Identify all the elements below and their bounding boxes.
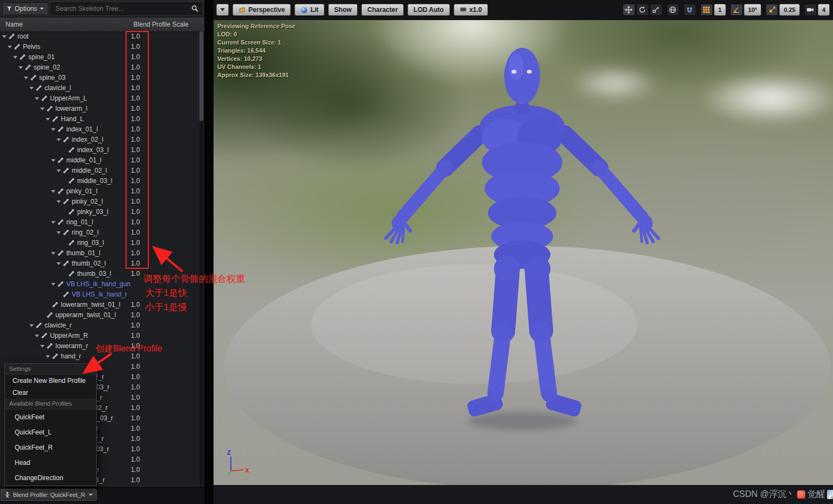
- bone-row-clavicle-r[interactable]: clavicle_r1.0: [0, 320, 199, 331]
- options-button[interactable]: Options: [2, 2, 48, 15]
- expander-arrow-icon[interactable]: [2, 35, 7, 38]
- bone-row-ring-02-l[interactable]: ring_02_l1.0: [0, 228, 199, 238]
- expander-arrow-icon[interactable]: [57, 231, 61, 234]
- rotation-snap-button[interactable]: [730, 4, 743, 16]
- blend-scale-value[interactable]: 1.0: [124, 84, 147, 92]
- view-mode-button[interactable]: Lit: [295, 4, 324, 16]
- bone-row-index-01-l[interactable]: index_01_l1.0: [0, 124, 199, 135]
- expander-arrow-icon[interactable]: [57, 200, 61, 203]
- menu-item-create-new-blend-profile[interactable]: Create New Blend Profile: [5, 375, 96, 387]
- character-menu-button[interactable]: Character: [361, 4, 404, 16]
- bone-row-index-02-l[interactable]: index_02_l1.0: [0, 135, 199, 145]
- perspective-selector[interactable]: Perspective: [233, 4, 291, 16]
- grid-snap-button[interactable]: [700, 4, 713, 16]
- blend-scale-value[interactable]: 1.0: [124, 342, 147, 350]
- viewport-options-button[interactable]: [216, 4, 229, 16]
- profile-item-changedirection[interactable]: ChangeDirection: [5, 470, 96, 486]
- bone-row-hand-r[interactable]: hand_r1.0: [0, 351, 199, 362]
- bone-row-middle-02-l[interactable]: middle_02_l1.0: [0, 166, 199, 176]
- bone-row-vb-lhs-ik-hand-r[interactable]: VB LHS_ik_hand_r: [0, 289, 199, 300]
- expander-arrow-icon[interactable]: [29, 87, 34, 90]
- profile-item-head[interactable]: Head: [5, 455, 96, 470]
- bone-row-ring-01-l[interactable]: ring_01_l1.0: [0, 217, 199, 228]
- rotation-snap-value[interactable]: 10°: [744, 4, 762, 16]
- grid-snap-value[interactable]: 1: [714, 4, 726, 16]
- surface-snap-button[interactable]: [684, 4, 696, 16]
- menu-item-clear[interactable]: Clear: [5, 387, 96, 399]
- profile-item-quickfeet-l[interactable]: QuickFeet_L: [5, 425, 96, 440]
- translate-mode-button[interactable]: [623, 4, 635, 16]
- profile-item-quickfeet[interactable]: QuickFeet: [5, 410, 96, 425]
- camera-speed-button[interactable]: [804, 4, 817, 16]
- bone-row-ring-03-l[interactable]: ring_03_l1.0: [0, 238, 199, 248]
- lod-selector-button[interactable]: LOD Auto: [408, 4, 450, 16]
- bone-row-root[interactable]: root1.0: [0, 32, 199, 42]
- expander-arrow-icon[interactable]: [24, 77, 28, 79]
- blend-scale-value[interactable]: 1.0: [124, 177, 147, 185]
- blend-scale-value[interactable]: 1.0: [124, 94, 147, 102]
- bone-row-pinky-01-l[interactable]: pinky_01_l1.0: [0, 186, 199, 197]
- coordinate-system-button[interactable]: [667, 4, 679, 16]
- bone-row-spine-01[interactable]: spine_011.0: [0, 52, 199, 62]
- blend-scale-value[interactable]: 1.0: [124, 414, 147, 422]
- bone-row-lowerarm-l[interactable]: lowerarm_l1.0: [0, 104, 199, 114]
- blend-scale-value[interactable]: 1.0: [124, 239, 147, 247]
- expander-arrow-icon[interactable]: [57, 138, 61, 141]
- bone-row-lowerarm-r[interactable]: lowerarm_r1.0: [0, 341, 199, 351]
- viewport-canvas[interactable]: Previewing Reference PoseLOD: 0Current S…: [214, 20, 833, 485]
- blend-scale-value[interactable]: 1.0: [124, 249, 147, 257]
- blend-scale-value[interactable]: 1.0: [124, 322, 147, 329]
- search-input[interactable]: [54, 4, 191, 13]
- blend-scale-value[interactable]: 1.0: [124, 456, 147, 463]
- blend-scale-value[interactable]: 1.0: [124, 198, 147, 205]
- show-menu-button[interactable]: Show: [328, 4, 358, 16]
- blend-scale-value[interactable]: 1.0: [124, 352, 147, 360]
- bone-row-thumb-01-l[interactable]: thumb_01_l1.0: [0, 248, 199, 259]
- blend-scale-value[interactable]: 1.0: [124, 270, 147, 278]
- blend-scale-value[interactable]: 1.0: [124, 115, 147, 123]
- blend-scale-value[interactable]: 1.0: [124, 404, 147, 412]
- tree-scrollbar[interactable]: [199, 32, 203, 487]
- blend-scale-value[interactable]: 1.0: [124, 74, 147, 81]
- expander-arrow-icon[interactable]: [18, 66, 23, 69]
- blend-scale-value[interactable]: 1.0: [124, 383, 147, 391]
- blend-scale-value[interactable]: 1.0: [124, 218, 147, 226]
- expander-arrow-icon[interactable]: [35, 97, 39, 100]
- blend-scale-value[interactable]: 1.0: [124, 167, 147, 174]
- blend-scale-value[interactable]: 1.0: [124, 301, 147, 308]
- blend-scale-value[interactable]: 1.0: [124, 43, 147, 51]
- expander-arrow-icon[interactable]: [40, 108, 45, 110]
- bone-row-lowerarm-twist-01-l[interactable]: lowerarm_twist_01_l1.0: [0, 300, 199, 310]
- expander-arrow-icon[interactable]: [51, 159, 55, 162]
- blend-scale-value[interactable]: 1.0: [124, 373, 147, 381]
- blend-scale-value[interactable]: 1.0: [124, 105, 147, 112]
- scale-mode-button[interactable]: [650, 4, 662, 16]
- tree-scrollbar-thumb[interactable]: [199, 32, 203, 121]
- bone-row-pinky-03-l[interactable]: pinky_03_l1.0: [0, 207, 199, 217]
- expander-arrow-icon[interactable]: [35, 335, 39, 337]
- blend-scale-value[interactable]: 1.0: [124, 146, 147, 154]
- expander-arrow-icon[interactable]: [51, 190, 55, 193]
- blend-scale-value[interactable]: 1.0: [124, 208, 147, 216]
- expander-arrow-icon[interactable]: [51, 283, 55, 286]
- expander-arrow-icon[interactable]: [8, 46, 12, 48]
- blend-scale-value[interactable]: 1.0: [124, 466, 147, 474]
- blend-scale-value[interactable]: 1.0: [124, 476, 147, 484]
- bone-row-clavicle-l[interactable]: clavicle_l1.0: [0, 83, 199, 93]
- blend-scale-value[interactable]: 1.0: [124, 445, 147, 453]
- blend-profile-button[interactable]: Blend Profile: QuickFeet_R: [1, 489, 97, 501]
- bone-row-spine-03[interactable]: spine_031.0: [0, 73, 199, 83]
- bone-row-hand-l[interactable]: Hand_L1.0: [0, 114, 199, 124]
- expander-arrow-icon[interactable]: [13, 56, 17, 59]
- blend-scale-value[interactable]: 1.0: [124, 64, 147, 71]
- bone-row-pinky-02-l[interactable]: pinky_02_l1.0: [0, 197, 199, 207]
- bone-row-vb-lhs-ik-hand-gun[interactable]: VB LHS_ik_hand_gun: [0, 279, 199, 289]
- blend-scale-value[interactable]: 1.0: [124, 53, 147, 61]
- bone-row-upperarm-r[interactable]: UpperArm_R1.0: [0, 331, 199, 341]
- blend-scale-value[interactable]: 1.0: [124, 229, 147, 236]
- blend-scale-value[interactable]: 1.0: [124, 125, 147, 133]
- blend-scale-value[interactable]: 1.0: [124, 33, 147, 40]
- bone-row-middle-01-l[interactable]: middle_01_l1.0: [0, 155, 199, 166]
- bone-row-index-03-l[interactable]: index_03_l1.0: [0, 145, 199, 155]
- expander-arrow-icon[interactable]: [51, 128, 55, 131]
